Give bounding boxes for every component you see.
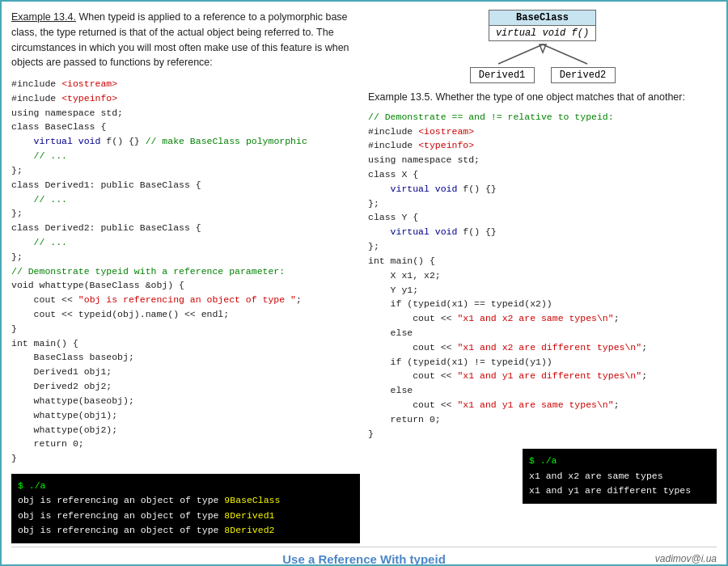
code-close4: } [11,323,17,334]
code-cmt1: // ... [34,150,67,161]
right-terminal: $ ./a x1 and x2 are same types x1 and y1… [523,449,717,503]
rc-virtual-y: virtual void f() {} [368,226,497,237]
code-close1: }; [11,165,23,175]
rc-return: return 0; [368,414,441,424]
code-void-whattype: void whattype(BaseClass &obj) { [11,280,184,290]
right-example-title-text: Example 13.5. [368,91,433,103]
uml-baseclass-title: BaseClass [489,11,595,26]
code-iostream-str: <iostream> [61,78,117,89]
uml-method: virtual void f() [489,26,595,40]
left-example-title-text: Example 13.4. [11,11,76,23]
rc-main: int main() { [368,256,435,266]
footer-email: vadimov@i.ua [655,553,717,564]
left-terminal-type2: 8Derived1 [224,510,274,521]
rc-if2: if (typeid(x1) != typeid(y1)) [368,357,552,367]
left-terminal: $ ./a obj is referencing an object of ty… [11,474,360,543]
code-whattype-obj1: whattype(obj1); [11,410,117,420]
uml-arrows-svg [454,41,632,65]
rc-class-y: class Y { [368,212,418,222]
left-terminal-type1: 9BaseClass [224,495,280,505]
footer-title: Use a Reference With typeid [282,552,446,566]
rc-else1: else [368,327,413,338]
code-cmt-demo: // Demonstrate typeid with a reference p… [11,266,285,277]
footer-bar: Use a Reference With typeid vadimov@i.ua [11,547,717,567]
rc-cmt-demo: // Demonstrate == and != relative to typ… [368,112,614,122]
code-cmt3: // ... [34,237,67,247]
rc-close-main: } [368,429,374,439]
code-typeinfo-str: <typeinfo> [61,93,117,103]
left-code-block: #include <iostream> #include <typeinfo> … [11,77,360,466]
code-derived1-class: class Derived1: public BaseClass { [11,180,201,190]
uml-arrows [454,41,632,65]
code-kw-virtual: virtual void [34,136,101,146]
rc-typeinfo: <typeinfo> [418,140,474,150]
rc-else2: else [368,385,413,395]
code-int-main: int main() { [11,338,78,348]
rc-iostream: <iostream> [418,126,474,137]
rc-cout-x1x2diff: cout << "x1 and x2 are different types\n… [368,342,647,353]
right-example-desc: Whether the type of one object matches t… [433,91,685,103]
main-container: Example 13.4. When typeid is applied to … [2,2,726,564]
left-terminal-line2: obj is referencing an object of type 8De… [18,510,274,521]
uml-derived2: Derived2 [551,67,616,83]
rc-using: using namespace std; [368,154,480,165]
left-terminal-prompt: $ ./a [18,480,46,491]
rc-cout-x1y1diff: cout << "x1 and y1 are different types\n… [368,370,647,381]
code-include1: #include <iostream> [11,78,117,89]
svg-marker-2 [540,44,546,53]
rc-kw-virtual-x: virtual void [391,184,458,194]
svg-line-1 [543,44,587,64]
rc-close-y: }; [368,241,379,251]
left-terminal-line3: obj is referencing an object of type 8De… [18,525,274,535]
uml-baseclass-box: BaseClass virtual void f() [489,10,596,41]
right-panel: BaseClass virtual void f() Derived1 [368,10,717,543]
rc-str-x1x2diff: "x1 and x2 are different types\n" [457,342,641,353]
right-code-block: // Demonstrate == and != relative to typ… [368,110,717,441]
code-close5: } [11,453,17,463]
code-close3: }; [11,251,23,262]
code-virtual-f: virtual void f() {} // make BaseClass po… [11,136,307,146]
rc-include1: #include <iostream> [368,126,474,137]
code-obj1: Derived1 obj1; [11,366,112,377]
right-terminal-prompt: $ ./a [529,455,557,466]
rc-x1x2: X x1, x2; [368,270,441,281]
right-terminal-line2: x1 and y1 are different types [529,485,691,496]
rc-class-x: class X { [368,169,418,180]
left-panel: Example 13.4. When typeid is applied to … [11,10,360,543]
rc-str-x1y1same: "x1 and y1 are same types\n" [457,399,613,410]
code-cout1: cout << "obj is referencing an object of… [11,294,302,305]
code-cmt-dots1: // ... [11,150,67,161]
code-cmt-dots3: // ... [11,237,67,247]
left-example-text: Example 13.4. When typeid is applied to … [11,10,360,70]
rc-y1: Y y1; [368,285,418,295]
rc-cout-x1y1same: cout << "x1 and y1 are same types\n"; [368,399,620,410]
rc-virtual-x: virtual void f() {} [368,184,497,194]
rc-str-x1y1diff: "x1 and y1 are different types\n" [457,370,641,381]
content-area: Example 13.4. When typeid is applied to … [11,10,717,543]
code-str-referencing: "obj is referencing an object of type " [78,294,296,305]
rc-include2: #include <typeinfo> [368,140,474,150]
rc-cout-x1x2same: cout << "x1 and x2 are same types\n"; [368,313,620,323]
code-cout2: cout << typeid(obj).name() << endl; [11,309,229,319]
rc-if1: if (typeid(x1) == typeid(x2)) [368,298,552,309]
uml-diagram: BaseClass virtual void f() Derived1 [368,10,717,83]
left-terminal-type3: 8Derived2 [224,525,274,535]
rc-str-x1x2same: "x1 and x2 are same types\n" [457,313,613,323]
code-cmt-demo-text: // Demonstrate typeid with a reference p… [11,266,285,277]
uml-children: Derived1 Derived2 [470,67,616,83]
rc-close-x: }; [368,198,379,209]
right-example-text: Example 13.5. Whether the type of one ob… [368,90,717,105]
code-include2: #include <typeinfo> [11,93,117,103]
svg-line-0 [498,44,543,64]
code-baseobj: BaseClass baseobj; [11,352,134,362]
code-return: return 0; [11,438,84,449]
uml-derived1: Derived1 [470,67,535,83]
code-derived2-class: class Derived2: public BaseClass { [11,222,201,233]
code-cmt-dots2: // ... [11,194,67,205]
code-cmt2: // ... [34,194,67,205]
code-close2: }; [11,208,23,218]
code-using: using namespace std; [11,108,123,118]
code-whattype-base: whattype(baseobj); [11,395,134,406]
code-obj2: Derived2 obj2; [11,381,112,391]
code-class-base: class BaseClass { [11,121,106,132]
